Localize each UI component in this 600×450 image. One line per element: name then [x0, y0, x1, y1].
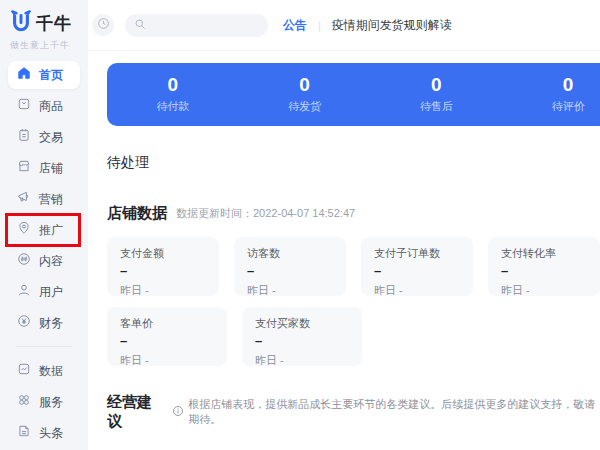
card-subtext: 昨日 - — [255, 353, 362, 368]
sidebar-item-marketing[interactable]: 营销 — [0, 184, 88, 214]
stat-label: 待付款 — [156, 99, 189, 114]
card-value: – — [255, 334, 362, 347]
sidebar-item-label: 营销 — [39, 191, 63, 208]
announcement-link[interactable]: 疫情期间发货规则解读 — [332, 17, 452, 34]
card-title: 支付买家数 — [255, 316, 362, 331]
sidebar-item-promotion[interactable]: 推广 — [0, 215, 88, 245]
data-icon — [17, 362, 31, 380]
shop-data-cards-row1: 支付金额 – 昨日 - 访客数 – 昨日 - 支付子订单数 – 昨日 - 支付转… — [107, 237, 600, 296]
card-subtext: 昨日 - — [120, 353, 227, 368]
shop-icon — [17, 159, 31, 177]
stat-label: 待评价 — [552, 99, 585, 114]
sidebar-item-label: 头条 — [39, 425, 63, 442]
stat-value: 0 — [168, 75, 179, 96]
sidebar: 千牛 做生意上千牛 首页 商品 交易 店铺 — [0, 0, 88, 450]
search-bar — [125, 14, 268, 37]
pending-section-title: 待处理 — [107, 154, 600, 172]
info-icon — [172, 403, 184, 421]
headlines-icon — [17, 424, 31, 442]
content-icon — [17, 252, 31, 270]
sidebar-item-label: 用户 — [39, 284, 63, 301]
card-title: 支付金额 — [120, 246, 219, 261]
sidebar-item-home[interactable]: 首页 — [0, 60, 88, 90]
sidebar-item-shop[interactable]: 店铺 — [0, 153, 88, 183]
card-value: – — [374, 264, 473, 277]
sidebar-menu: 首页 商品 交易 店铺 营销 — [0, 60, 88, 448]
stat-pending-shipment[interactable]: 0 待发货 — [239, 63, 371, 126]
sidebar-item-goods[interactable]: 商品 — [0, 91, 88, 121]
clock-icon — [97, 17, 110, 33]
sidebar-item-content[interactable]: 内容 — [0, 246, 88, 276]
sidebar-item-label: 交易 — [39, 129, 63, 146]
sidebar-item-label: 内容 — [39, 253, 63, 270]
promotion-icon — [17, 221, 31, 239]
sidebar-item-label: 服务 — [39, 394, 63, 411]
sidebar-item-trade[interactable]: 交易 — [0, 122, 88, 152]
sidebar-item-service[interactable]: 服务 — [0, 387, 88, 417]
card-title: 支付子订单数 — [374, 246, 473, 261]
card-visitors[interactable]: 访客数 – 昨日 - — [234, 237, 346, 296]
sidebar-item-finance[interactable]: 财务 — [0, 308, 88, 338]
logo-block: 千牛 做生意上千牛 — [0, 0, 88, 58]
goods-icon — [17, 97, 31, 115]
announcement-label[interactable]: 公告 — [283, 17, 307, 34]
shop-data-cards-row2: 客单价 – 昨日 - 支付买家数 – 昨日 - — [107, 307, 600, 366]
finance-icon — [17, 314, 31, 332]
history-clock-button[interactable] — [92, 14, 114, 36]
stat-pending-review[interactable]: 0 待评价 — [502, 63, 600, 126]
card-paid-suborders[interactable]: 支付子订单数 – 昨日 - — [361, 237, 473, 296]
sidebar-item-label: 店铺 — [39, 160, 63, 177]
card-value: – — [501, 264, 600, 277]
card-title: 客单价 — [120, 316, 227, 331]
sidebar-item-label: 商品 — [39, 98, 63, 115]
card-value: – — [247, 264, 346, 277]
sidebar-item-data[interactable]: 数据 — [0, 356, 88, 386]
card-payment-amount[interactable]: 支付金额 – 昨日 - — [107, 237, 219, 296]
card-title: 支付转化率 — [501, 246, 600, 261]
shop-data-section-title: 店铺数据 — [107, 204, 167, 223]
sidebar-item-label: 首页 — [39, 67, 63, 84]
logo-subtitle: 做生意上千牛 — [10, 39, 88, 52]
sidebar-divider — [16, 346, 72, 347]
logo-title: 千牛 — [36, 12, 72, 35]
card-avg-order-value[interactable]: 客单价 – 昨日 - — [107, 307, 227, 366]
card-value: – — [120, 264, 219, 277]
home-icon — [17, 66, 31, 84]
main-content: 0 待付款 0 待发货 0 待售后 0 待评价 待处理 店铺数据 数据更新时间：… — [88, 52, 600, 450]
sidebar-item-label: 推广 — [39, 222, 63, 239]
advice-note: 根据店铺表现，提供新品成长主要环节的各类建议。后续提供更多的建议支持，敬请期待。 — [188, 397, 600, 427]
sidebar-item-headlines[interactable]: 头条 — [0, 418, 88, 448]
sidebar-item-label: 数据 — [39, 363, 63, 380]
card-subtext: 昨日 - — [247, 283, 346, 298]
bull-logo-icon — [10, 10, 32, 36]
card-subtext: 昨日 - — [120, 283, 219, 298]
stat-label: 待发货 — [288, 99, 321, 114]
advice-section-title: 经营建议 — [107, 393, 163, 431]
card-title: 访客数 — [247, 246, 346, 261]
search-input[interactable] — [151, 19, 251, 31]
service-icon — [17, 393, 31, 411]
sidebar-item-label: 财务 — [39, 315, 63, 332]
stat-pending-payment[interactable]: 0 待付款 — [107, 63, 239, 126]
card-subtext: 昨日 - — [374, 283, 473, 298]
stat-pending-aftersale[interactable]: 0 待售后 — [371, 63, 503, 126]
trade-icon — [17, 128, 31, 146]
announcement-separator: ｜ — [314, 18, 325, 33]
stat-value: 0 — [299, 75, 310, 96]
top-bar: 公告 ｜ 疫情期间发货规则解读 — [88, 0, 600, 51]
announcement: 公告 ｜ 疫情期间发货规则解读 — [283, 17, 452, 34]
stat-label: 待售后 — [420, 99, 453, 114]
card-paying-buyers[interactable]: 支付买家数 – 昨日 - — [242, 307, 362, 366]
card-value: – — [120, 334, 227, 347]
marketing-icon — [17, 190, 31, 208]
data-update-time: 数据更新时间：2022-04-07 14:52:47 — [176, 206, 355, 221]
todo-stats-banner: 0 待付款 0 待发货 0 待售后 0 待评价 — [107, 63, 600, 126]
users-icon — [17, 283, 31, 301]
sidebar-item-users[interactable]: 用户 — [0, 277, 88, 307]
stat-value: 0 — [563, 75, 574, 96]
card-conversion-rate[interactable]: 支付转化率 – 昨日 - — [488, 237, 600, 296]
stat-value: 0 — [431, 75, 442, 96]
search-icon — [134, 16, 146, 34]
card-subtext: 昨日 - — [501, 283, 600, 298]
